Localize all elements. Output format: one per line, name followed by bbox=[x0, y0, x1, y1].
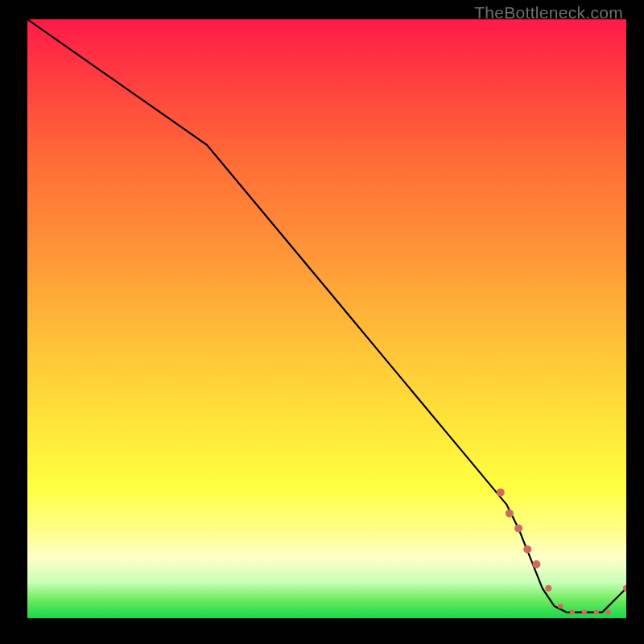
chart-plot-area bbox=[27, 19, 626, 618]
watermark-text: TheBottleneck.com bbox=[474, 3, 623, 23]
